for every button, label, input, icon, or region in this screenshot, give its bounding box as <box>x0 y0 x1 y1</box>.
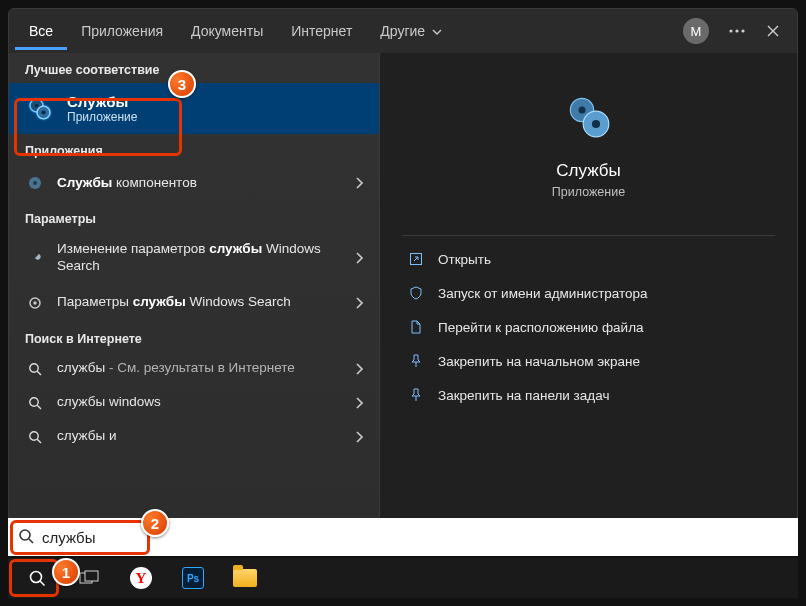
svg-point-2 <box>741 29 744 32</box>
open-icon <box>408 251 424 267</box>
services-large-gear-icon <box>559 87 619 147</box>
action-run-as-admin[interactable]: Запуск от имени администратора <box>394 276 783 310</box>
divider <box>402 235 775 236</box>
taskbar-yandex-browser[interactable]: Y <box>118 561 164 595</box>
svg-line-23 <box>29 539 33 543</box>
task-view-icon <box>78 567 100 589</box>
search-icon <box>25 393 45 413</box>
component-services-icon <box>25 173 45 193</box>
tab-more-label: Другие <box>380 23 425 39</box>
services-gear-icon <box>25 94 55 124</box>
search-input[interactable] <box>42 529 788 546</box>
svg-point-1 <box>735 29 738 32</box>
chevron-right-icon <box>355 363 363 375</box>
setting-item-change-search-params[interactable]: Изменение параметров службы Windows Sear… <box>9 232 379 284</box>
search-icon <box>26 567 48 589</box>
svg-point-24 <box>31 572 42 583</box>
actions-list: Открыть Запуск от имени администратора П… <box>380 242 797 412</box>
search-input-row[interactable] <box>8 518 798 556</box>
shield-icon <box>408 285 424 301</box>
setting-item-search-service-params[interactable]: Параметры службы Windows Search <box>9 284 379 322</box>
pin-taskbar-icon <box>408 387 424 403</box>
svg-point-13 <box>30 398 38 406</box>
wrench-icon <box>25 248 45 268</box>
taskbar-search-button[interactable] <box>14 561 60 595</box>
section-settings: Параметры <box>9 202 379 232</box>
results-panel: Лучшее соответствие Службы Приложение Пр… <box>9 53 379 539</box>
web-item-1[interactable]: службы windows <box>9 386 379 420</box>
more-options-button[interactable] <box>719 13 755 49</box>
folder-icon <box>233 569 257 587</box>
web-label: службы windows <box>57 394 343 411</box>
close-icon <box>767 25 779 37</box>
action-pin-taskbar[interactable]: Закрепить на панели задач <box>394 378 783 412</box>
svg-line-16 <box>37 439 41 443</box>
chevron-right-icon <box>355 297 363 309</box>
detail-title: Службы <box>556 161 620 181</box>
svg-point-5 <box>41 110 45 114</box>
search-icon <box>25 359 45 379</box>
app-item-component-services[interactable]: Службы компонентов <box>9 164 379 202</box>
setting-label: Параметры службы Windows Search <box>57 294 343 311</box>
pin-start-icon <box>408 353 424 369</box>
action-pin-start[interactable]: Закрепить на начальном экране <box>394 344 783 378</box>
best-match-services[interactable]: Службы Приложение <box>9 83 379 134</box>
svg-line-12 <box>37 371 41 375</box>
detail-panel: Службы Приложение Открыть Запуск от имен… <box>379 53 797 539</box>
chevron-down-icon <box>432 27 442 37</box>
taskbar: Y Ps <box>8 558 798 598</box>
ellipsis-icon <box>729 29 745 33</box>
best-match-title: Службы <box>67 93 137 110</box>
svg-point-15 <box>30 432 38 440</box>
action-label: Закрепить на панели задач <box>438 388 609 403</box>
action-label: Перейти к расположению файла <box>438 320 644 335</box>
tabs-bar: Все Приложения Документы Интернет Другие… <box>9 9 797 53</box>
close-button[interactable] <box>755 13 791 49</box>
action-open-file-location[interactable]: Перейти к расположению файла <box>394 310 783 344</box>
tab-documents[interactable]: Документы <box>177 13 277 50</box>
search-window: Все Приложения Документы Интернет Другие… <box>8 8 798 540</box>
tab-apps[interactable]: Приложения <box>67 13 177 50</box>
section-web: Поиск в Интернете <box>9 322 379 352</box>
section-best-match: Лучшее соответствие <box>9 53 379 83</box>
action-label: Запуск от имени администратора <box>438 286 648 301</box>
svg-point-22 <box>20 530 30 540</box>
svg-rect-27 <box>85 571 98 581</box>
account-avatar[interactable]: M <box>683 18 709 44</box>
web-item-0[interactable]: службы - См. результаты в Интернете <box>9 352 379 386</box>
svg-point-6 <box>35 103 39 107</box>
svg-point-20 <box>578 107 585 114</box>
tab-all[interactable]: Все <box>15 13 67 50</box>
action-label: Открыть <box>438 252 491 267</box>
svg-line-25 <box>40 581 44 585</box>
gear-icon <box>25 293 45 313</box>
chevron-right-icon <box>355 397 363 409</box>
section-apps: Приложения <box>9 134 379 164</box>
web-label: службы - См. результаты в Интернете <box>57 360 343 377</box>
app-item-label: Службы компонентов <box>57 175 343 192</box>
svg-point-10 <box>33 301 36 304</box>
taskbar-photoshop[interactable]: Ps <box>170 561 216 595</box>
web-item-2[interactable]: службы и <box>9 420 379 454</box>
action-label: Закрепить на начальном экране <box>438 354 640 369</box>
taskbar-file-explorer[interactable] <box>222 561 268 595</box>
yandex-icon: Y <box>130 567 152 589</box>
tab-internet[interactable]: Интернет <box>277 13 366 50</box>
search-icon <box>18 528 34 547</box>
svg-point-11 <box>30 364 38 372</box>
detail-subtitle: Приложение <box>552 185 625 199</box>
svg-point-19 <box>591 120 599 128</box>
web-label: службы и <box>57 428 343 445</box>
taskbar-task-view[interactable] <box>66 561 112 595</box>
chevron-right-icon <box>355 252 363 264</box>
svg-line-14 <box>37 405 41 409</box>
chevron-right-icon <box>355 177 363 189</box>
tab-more[interactable]: Другие <box>366 13 456 50</box>
search-icon <box>25 427 45 447</box>
svg-point-8 <box>33 181 37 185</box>
photoshop-icon: Ps <box>182 567 204 589</box>
setting-label: Изменение параметров службы Windows Sear… <box>57 241 343 275</box>
action-open[interactable]: Открыть <box>394 242 783 276</box>
best-match-subtitle: Приложение <box>67 110 137 124</box>
svg-point-0 <box>729 29 732 32</box>
